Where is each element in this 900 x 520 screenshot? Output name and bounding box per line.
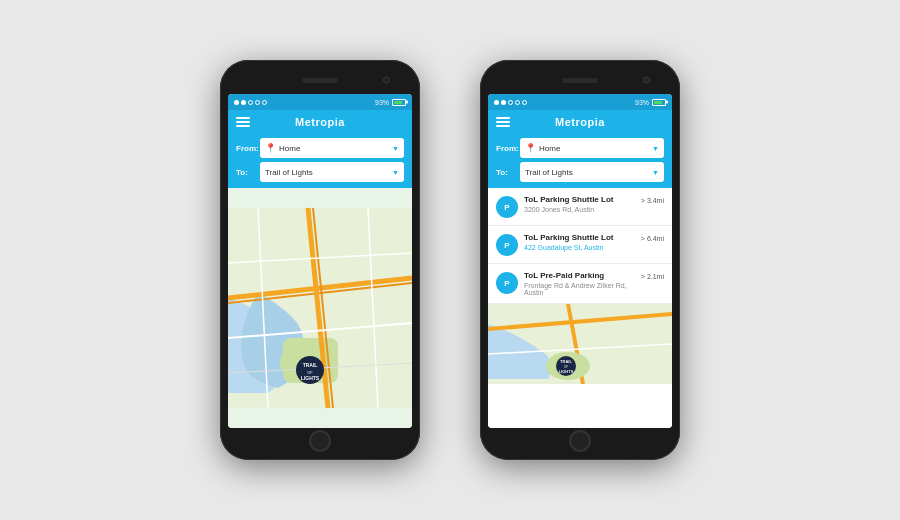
phone-top-1: [228, 70, 412, 90]
to-field-row-1: To: Trail of Lights ▼: [236, 162, 404, 182]
to-value-1: Trail of Lights: [265, 168, 313, 177]
phone-bottom-2: [488, 432, 672, 450]
result-dist-1: > 3.4mi: [641, 197, 664, 204]
dot3: [248, 100, 253, 105]
battery-pct-2: 93%: [635, 99, 649, 106]
result-addr-1: 3200 Jones Rd, Austin: [524, 206, 635, 213]
speaker-1: [302, 78, 338, 83]
result-name-2: ToL Parking Shuttle Lot: [524, 233, 635, 243]
signal-dots-2: [494, 100, 527, 105]
svg-text:LIGHTS: LIGHTS: [559, 369, 574, 374]
dropdown-arrow-from-1: ▼: [392, 145, 399, 152]
hamburger-menu-1[interactable]: [236, 117, 250, 127]
hamburger-line-2-2: [496, 121, 510, 123]
home-button-2[interactable]: [569, 430, 591, 452]
from-value-2: Home: [539, 144, 560, 153]
hamburger-line-3-2: [496, 125, 510, 127]
location-icon-from-2: 📍: [525, 143, 536, 153]
from-input-left-1: 📍 Home: [265, 143, 300, 153]
dot5: [262, 100, 267, 105]
phone-top-2: [488, 70, 672, 90]
signal-dots-1: [234, 100, 267, 105]
location-icon-from-1: 📍: [265, 143, 276, 153]
to-label-1: To:: [236, 168, 256, 177]
phone-bottom-1: [228, 432, 412, 450]
dropdown-arrow-from-2: ▼: [652, 145, 659, 152]
from-input-1[interactable]: 📍 Home ▼: [260, 138, 404, 158]
svg-text:LIGHTS: LIGHTS: [301, 375, 320, 381]
to-label-2: To:: [496, 168, 516, 177]
from-value-1: Home: [279, 144, 300, 153]
from-label-2: From:: [496, 144, 516, 153]
svg-text:TRAIL: TRAIL: [303, 362, 318, 368]
svg-text:TRAIL: TRAIL: [560, 359, 572, 364]
result-addr-3: Frontage Rd & Andrew Zilker Rd, Austin: [524, 282, 635, 296]
result-icon-1: P: [496, 196, 518, 218]
phone-device-2: 93% Metropia From:: [480, 60, 680, 460]
hamburger-line-1: [236, 117, 250, 119]
app-title-1: Metropia: [295, 116, 345, 128]
dot1: [234, 100, 239, 105]
to-input-2[interactable]: Trail of Lights ▼: [520, 162, 664, 182]
app-header-2: Metropia: [488, 110, 672, 134]
dot4-2: [515, 100, 520, 105]
map-view-1: TRAIL OF LIGHTS: [228, 188, 412, 428]
from-field-row-1: From: 📍 Home ▼: [236, 138, 404, 158]
battery-icon-2: [652, 99, 666, 106]
dot3-2: [508, 100, 513, 105]
status-right-2: 93%: [635, 99, 666, 106]
result-info-3: ToL Pre-Paid Parking Frontage Rd & Andre…: [524, 271, 635, 296]
status-bar-1: 93%: [228, 94, 412, 110]
result-dist-2: > 6.4mi: [641, 235, 664, 242]
app-title-2: Metropia: [555, 116, 605, 128]
dropdown-arrow-to-1: ▼: [392, 169, 399, 176]
camera-2: [643, 77, 650, 84]
dot5-2: [522, 100, 527, 105]
from-input-left-2: 📍 Home: [525, 143, 560, 153]
to-field-row-2: To: Trail of Lights ▼: [496, 162, 664, 182]
dot2: [241, 100, 246, 105]
dot1-2: [494, 100, 499, 105]
dot4: [255, 100, 260, 105]
to-value-2: Trail of Lights: [525, 168, 573, 177]
result-icon-2: P: [496, 234, 518, 256]
result-icon-3: P: [496, 272, 518, 294]
result-addr-2: 422 Guadalupe St, Austin: [524, 244, 635, 251]
from-label-1: From:: [236, 144, 256, 153]
result-icon-letter-3: P: [504, 279, 509, 288]
result-item-3[interactable]: P ToL Pre-Paid Parking Frontage Rd & And…: [488, 264, 672, 304]
to-input-1[interactable]: Trail of Lights ▼: [260, 162, 404, 182]
battery-fill-1: [394, 101, 402, 104]
result-addr-link-2[interactable]: 422 Guadalupe St, Austin: [524, 244, 603, 251]
result-item-1[interactable]: P ToL Parking Shuttle Lot 3200 Jones Rd,…: [488, 188, 672, 226]
phone-device-1: 93% Metropia From:: [220, 60, 420, 460]
speaker-2: [562, 78, 598, 83]
results-list: P ToL Parking Shuttle Lot 3200 Jones Rd,…: [488, 188, 672, 428]
hamburger-line-1-2: [496, 117, 510, 119]
hamburger-menu-2[interactable]: [496, 117, 510, 127]
hamburger-line-3: [236, 125, 250, 127]
result-icon-letter-1: P: [504, 203, 509, 212]
result-icon-letter-2: P: [504, 241, 509, 250]
app-header-1: Metropia: [228, 110, 412, 134]
home-button-1[interactable]: [309, 430, 331, 452]
phone-screen-2: 93% Metropia From:: [488, 94, 672, 428]
dot2-2: [501, 100, 506, 105]
battery-pct-1: 93%: [375, 99, 389, 106]
result-name-1: ToL Parking Shuttle Lot: [524, 195, 635, 205]
result-info-2: ToL Parking Shuttle Lot 422 Guadalupe St…: [524, 233, 635, 251]
camera-1: [383, 77, 390, 84]
phone-screen-1: 93% Metropia From:: [228, 94, 412, 428]
phone-2: 93% Metropia From:: [480, 60, 680, 460]
form-area-1: From: 📍 Home ▼ To: Trail of Lights ▼: [228, 134, 412, 188]
result-item-2[interactable]: P ToL Parking Shuttle Lot 422 Guadalupe …: [488, 226, 672, 264]
form-area-2: From: 📍 Home ▼ To: Trail of Lights ▼: [488, 134, 672, 188]
battery-fill-2: [654, 101, 662, 104]
status-bar-2: 93%: [488, 94, 672, 110]
from-input-2[interactable]: 📍 Home ▼: [520, 138, 664, 158]
result-dist-3: > 2.1mi: [641, 273, 664, 280]
phone-1: 93% Metropia From:: [220, 60, 420, 460]
result-name-3: ToL Pre-Paid Parking: [524, 271, 635, 281]
result-info-1: ToL Parking Shuttle Lot 3200 Jones Rd, A…: [524, 195, 635, 213]
dropdown-arrow-to-2: ▼: [652, 169, 659, 176]
